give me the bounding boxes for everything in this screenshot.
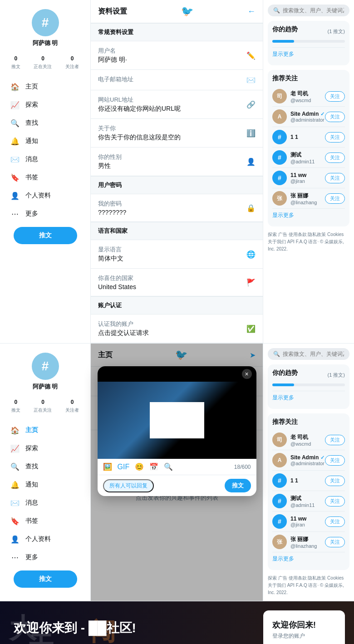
rec-item-laosiji: 司 老 司机 @wscmd 关注 bbox=[272, 86, 345, 107]
home-icon-s2: 🏠 bbox=[10, 425, 20, 435]
follow2-test[interactable]: 关注 bbox=[325, 496, 345, 506]
profile-icon: 👤 bbox=[10, 191, 20, 201]
photo-tool-icon[interactable]: 🖼️ bbox=[103, 462, 112, 471]
follow-admin[interactable]: 关注 bbox=[325, 112, 345, 122]
search-box-s1[interactable]: 🔍 bbox=[268, 5, 349, 16]
sidebar-avatar-area: # 阿萨德 明 bbox=[5, 9, 86, 47]
follow2-zhang[interactable]: 关注 bbox=[325, 537, 345, 547]
sidebar-item-bookmark-s2[interactable]: 🔖书签 bbox=[5, 512, 86, 530]
email-field[interactable]: 电子邮箱地址 ✉️ bbox=[91, 70, 263, 90]
recommend-title-s1: 推荐关注 bbox=[272, 74, 345, 83]
follow2-admin[interactable]: 关注 bbox=[325, 455, 345, 466]
rec2-item-admin: A Site Admin ✓ @administrator 关注 bbox=[272, 450, 345, 471]
search-input-s2[interactable] bbox=[283, 351, 344, 357]
landing-content: 欢迎你来到 - ██社区! 关注你的兴趣所在。听听大家在谈论什么。加入对话。 欢… bbox=[0, 601, 354, 644]
info-icon: ℹ️ bbox=[246, 129, 256, 138]
emoji-tool-icon[interactable]: 😊 bbox=[135, 462, 144, 471]
sidebar-section2: # 阿萨德 明 0 推文 0 正在关注 0 关注者 🏠主页 📈探索 🔍查找 🔔通… bbox=[0, 344, 91, 601]
back-button-s1[interactable]: ← bbox=[247, 7, 256, 16]
search-box-s2[interactable]: 🔍 bbox=[268, 348, 349, 360]
sidebar-item-message[interactable]: ✉️消息 bbox=[5, 151, 86, 168]
search-icon-s1: 🔍 bbox=[273, 7, 280, 14]
recommend-show-more-s1[interactable]: 显示更多 bbox=[272, 209, 345, 222]
sidebar-username: 阿萨德 明 bbox=[5, 39, 86, 47]
sidebar-item-home-s2[interactable]: 🏠主页 bbox=[5, 422, 86, 439]
follow2-11[interactable]: 关注 bbox=[325, 476, 345, 486]
globe-icon: 🌐 bbox=[246, 250, 256, 259]
home-section: # 阿萨德 明 0 推文 0 正在关注 0 关注者 🏠主页 📈探索 🔍查找 🔔通… bbox=[0, 344, 354, 601]
follow2-laosiji[interactable]: 关注 bbox=[325, 435, 345, 445]
username-field[interactable]: 用户名 阿萨德 明· ✏️ bbox=[91, 41, 263, 70]
trends-show-more-s2[interactable]: 显示更多 bbox=[272, 391, 345, 404]
trends-show-more-s1[interactable]: 显示更多 bbox=[272, 48, 345, 61]
follow-11ww[interactable]: 关注 bbox=[325, 173, 345, 183]
sidebar-item-notify[interactable]: 🔔通知 bbox=[5, 133, 86, 150]
recommend-show-more-s2[interactable]: 显示更多 bbox=[272, 552, 345, 565]
landing-right-panel: 欢迎你回来! 登录您的账户 电子邮箱地址 密码 登录 或者注册一个新户再登录 要… bbox=[254, 601, 354, 644]
checkmark-icon: ✅ bbox=[246, 324, 256, 333]
modal-tweet-button[interactable]: 推文 bbox=[225, 479, 251, 492]
rec2-avatar-zhang: 张 bbox=[272, 535, 287, 549]
schedule-tool-icon[interactable]: 📅 bbox=[149, 462, 158, 471]
sidebar-item-explore[interactable]: 📈探索 bbox=[5, 96, 86, 113]
tweet-button-s1[interactable]: 推文 bbox=[14, 227, 77, 244]
modal-header: × bbox=[98, 366, 256, 382]
rec2-item-test: # 测试 @admin11 关注 bbox=[272, 491, 345, 511]
sidebar-item-profile[interactable]: 👤个人资料 bbox=[5, 187, 86, 204]
gif-tool-icon[interactable]: GIF bbox=[118, 463, 130, 471]
sidebar-item-home[interactable]: 🏠主页 bbox=[5, 78, 86, 95]
sidebar-item-explore-s2[interactable]: 📈探索 bbox=[5, 440, 86, 457]
search-tool-icon[interactable]: 🔍 bbox=[164, 462, 173, 471]
edit-icon: ✏️ bbox=[246, 51, 256, 60]
follow-11[interactable]: 关注 bbox=[325, 132, 345, 143]
avatar: # bbox=[32, 9, 59, 36]
sidebar-item-message-s2[interactable]: ✉️消息 bbox=[5, 494, 86, 511]
rec-item-11: # 1 1 关注 bbox=[272, 127, 345, 147]
message-icon: ✉️ bbox=[10, 154, 20, 164]
sidebar-item-find-s2[interactable]: 🔍查找 bbox=[5, 458, 86, 475]
stat-followers-s2: 0 关注者 bbox=[65, 399, 79, 413]
modal-toolbar: 🖼️ GIF 😊 📅 🔍 18/600 bbox=[98, 459, 256, 475]
trend-bar-s2 bbox=[272, 383, 345, 386]
rec-item-test: # 测试 @admin11 关注 bbox=[272, 147, 345, 168]
modal-close-button[interactable]: × bbox=[242, 369, 252, 379]
footer-links-s1: 探索 广告 使用条款 隐私政策 Cookies 关于我们 API F.A.Q 语… bbox=[268, 231, 349, 253]
sidebar-item-find[interactable]: 🔍查找 bbox=[5, 114, 86, 132]
rec2-item-laosiji: 司 老 司机 @wscmd 关注 bbox=[272, 430, 345, 450]
verify-field[interactable]: 认证我的账户 点击提交认证请求 ✅ bbox=[91, 315, 263, 343]
follow-zhang[interactable]: 关注 bbox=[325, 193, 345, 204]
search-icon-s2: 🔍 bbox=[273, 351, 280, 357]
follow-test[interactable]: 关注 bbox=[325, 152, 345, 163]
sidebar-item-bookmark[interactable]: 🔖书签 bbox=[5, 169, 86, 186]
settings-section: # 阿萨德 明 0 推文 0 正在关注 0 关注者 🏠主页 📈探索 🔍查找 🔔通… bbox=[0, 0, 354, 344]
right-sidebar-s1: 🔍 你的趋势 (1 推文) 显示更多 推荐关注 司 老 司机 @wscmd bbox=[263, 0, 354, 343]
gender-field[interactable]: 你的性别 男性 👤 bbox=[91, 147, 263, 176]
tweet-modal: × 🖼️ GIF 😊 📅 🔍 18/600 所有人可以回复 bbox=[98, 366, 256, 496]
display-language-field[interactable]: 显示语言 简体中文 🌐 bbox=[91, 240, 263, 269]
sidebar-item-notify-s2[interactable]: 🔔通知 bbox=[5, 476, 86, 493]
general-settings: 常规资料设置 用户名 阿萨德 明· ✏️ 电子邮箱地址 ✉️ 网站URL地址 你… bbox=[91, 23, 263, 176]
avatar-char-s2: # bbox=[42, 359, 49, 374]
password-field[interactable]: 我的密码 ???????? 🔒 bbox=[91, 194, 263, 222]
sidebar-item-more-s2[interactable]: ⋯更多 bbox=[5, 549, 86, 566]
country-field[interactable]: 你喜住的国家 United States 🚩 bbox=[91, 269, 263, 296]
verification-settings: 账户认证 认证我的账户 点击提交认证请求 ✅ bbox=[91, 296, 263, 343]
landing-title: 欢迎你来到 - ██社区! bbox=[14, 619, 241, 637]
modal-audience-button[interactable]: 所有人可以回复 bbox=[103, 479, 154, 492]
sidebar-item-more[interactable]: ⋯更多 bbox=[5, 205, 86, 222]
rec-item-admin: A Site Admin ✓ @administrator 关注 bbox=[272, 107, 345, 127]
follow2-11ww[interactable]: 关注 bbox=[325, 516, 345, 527]
trend-item-s2 bbox=[272, 381, 345, 391]
about-field[interactable]: 关于你 你告关于你的信息这段是空的 ℹ️ bbox=[91, 119, 263, 147]
home-main: 主页 🐦 ➤ # × 🖼️ bbox=[91, 344, 263, 601]
trend-item-s1 bbox=[272, 37, 345, 48]
search-input-s1[interactable] bbox=[283, 7, 344, 14]
tweet-button-s2[interactable]: 推文 bbox=[14, 570, 77, 588]
rec-item-11ww: # 11 ww @jiran 关注 bbox=[272, 168, 345, 188]
sidebar-item-profile-s2[interactable]: 👤个人资料 bbox=[5, 531, 86, 548]
sidebar-avatar-area-s2: # 阿萨德 明 bbox=[5, 353, 86, 391]
website-field[interactable]: 网站URL地址 你还没有确定你网站的URL呢 🔗 bbox=[91, 90, 263, 119]
avatar-char: # bbox=[42, 15, 49, 30]
sidebar-section1: # 阿萨德 明 0 推文 0 正在关注 0 关注者 🏠主页 📈探索 🔍查找 🔔通… bbox=[0, 0, 91, 343]
follow-laosiji[interactable]: 关注 bbox=[325, 91, 345, 102]
